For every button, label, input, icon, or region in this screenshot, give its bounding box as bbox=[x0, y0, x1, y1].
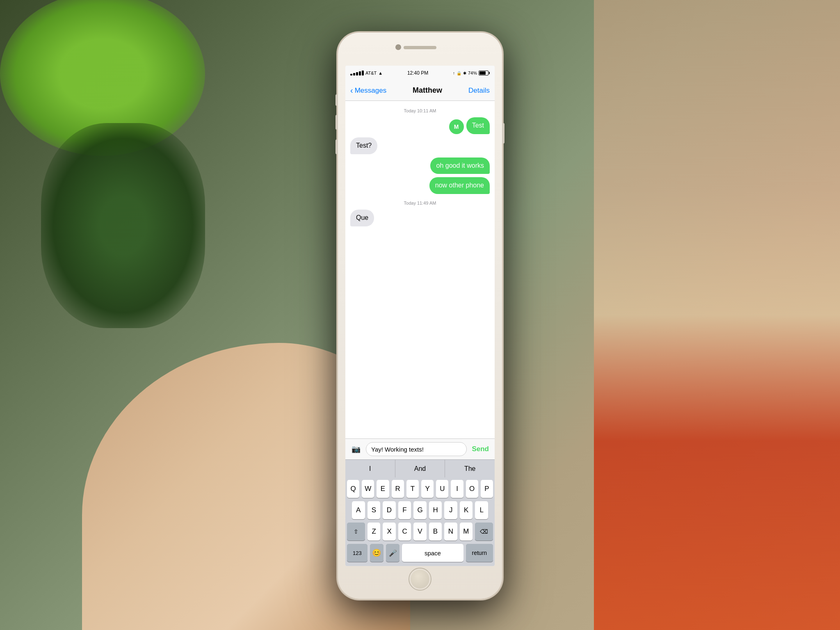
key-b[interactable]: B bbox=[429, 523, 442, 541]
messages-area: Today 10:11 AM M Test Test? oh good it w… bbox=[345, 101, 495, 438]
send-button[interactable]: Send bbox=[470, 445, 491, 453]
space-key[interactable]: space bbox=[402, 544, 463, 562]
battery-icon bbox=[479, 71, 490, 75]
key-k[interactable]: K bbox=[460, 501, 473, 519]
message-bubble: Test bbox=[466, 117, 490, 134]
keyboard-row-4: 123 😊 🎤 space return bbox=[345, 541, 495, 566]
key-t[interactable]: T bbox=[406, 480, 419, 498]
conversation-title: Matthew bbox=[413, 86, 442, 95]
key-q[interactable]: Q bbox=[347, 480, 359, 498]
message-input[interactable]: Yay! Working texts! bbox=[366, 442, 467, 456]
battery-percent: 74% bbox=[468, 71, 477, 75]
message-row: Que bbox=[350, 210, 490, 226]
back-button[interactable]: ‹ Messages bbox=[350, 86, 386, 95]
keyboard-row-3: ⇧ Z X C V B N M ⌫ bbox=[345, 520, 495, 541]
carrier-label: AT&T bbox=[365, 71, 377, 75]
iphone-body: AT&T ▲ 12:40 PM ↑ 🔒 ✱ 74% bbox=[338, 33, 502, 599]
input-text: Yay! Working texts! bbox=[371, 446, 424, 453]
key-f[interactable]: F bbox=[398, 501, 411, 519]
return-key[interactable]: return bbox=[466, 544, 493, 562]
timestamp-2: Today 11:49 AM bbox=[350, 201, 490, 205]
emoji-key[interactable]: 😊 bbox=[370, 544, 383, 562]
signal-bar-3 bbox=[356, 72, 358, 75]
autocomplete-item-2[interactable]: And bbox=[395, 460, 445, 477]
key-h[interactable]: H bbox=[429, 501, 442, 519]
status-left: AT&T ▲ bbox=[350, 71, 383, 75]
keyboard-row-1: Q W E R T Y U I O P bbox=[345, 477, 495, 499]
key-a[interactable]: A bbox=[352, 501, 365, 519]
iphone-screen: AT&T ▲ 12:40 PM ↑ 🔒 ✱ 74% bbox=[345, 66, 495, 566]
screen-content: AT&T ▲ 12:40 PM ↑ 🔒 ✱ 74% bbox=[345, 66, 495, 566]
message-row: oh good it works bbox=[350, 158, 490, 174]
key-p[interactable]: P bbox=[481, 480, 493, 498]
key-d[interactable]: D bbox=[383, 501, 396, 519]
key-n[interactable]: N bbox=[444, 523, 457, 541]
key-y[interactable]: Y bbox=[421, 480, 434, 498]
key-e[interactable]: E bbox=[377, 480, 389, 498]
signal-bars bbox=[350, 71, 364, 75]
signal-bar-5 bbox=[362, 71, 364, 75]
mute-button[interactable] bbox=[336, 94, 338, 106]
keyboard-row-2: A S D F G H J K L bbox=[345, 499, 495, 520]
iphone: AT&T ▲ 12:40 PM ↑ 🔒 ✱ 74% bbox=[338, 33, 502, 599]
details-button[interactable]: Details bbox=[468, 87, 490, 95]
camera-icon: 📷 bbox=[352, 445, 361, 454]
speaker-grille bbox=[404, 46, 436, 49]
autocomplete-item-3[interactable]: The bbox=[445, 460, 495, 477]
status-time: 12:40 PM bbox=[407, 70, 428, 76]
status-bar: AT&T ▲ 12:40 PM ↑ 🔒 ✱ 74% bbox=[345, 66, 495, 80]
key-j[interactable]: J bbox=[444, 501, 457, 519]
key-c[interactable]: C bbox=[398, 523, 411, 541]
plant bbox=[41, 123, 205, 328]
autocomplete-bar: I And The bbox=[345, 459, 495, 477]
key-i[interactable]: I bbox=[451, 480, 463, 498]
delete-key[interactable]: ⌫ bbox=[475, 523, 493, 541]
key-r[interactable]: R bbox=[392, 480, 404, 498]
key-g[interactable]: G bbox=[413, 501, 427, 519]
key-v[interactable]: V bbox=[413, 523, 426, 541]
message-row: M Test bbox=[350, 117, 490, 134]
message-row: now other phone bbox=[350, 177, 490, 194]
key-m[interactable]: M bbox=[460, 523, 472, 541]
volume-up-button[interactable] bbox=[336, 115, 338, 130]
signal-bar-4 bbox=[359, 71, 361, 75]
back-chevron-icon: ‹ bbox=[350, 86, 353, 95]
camera-button[interactable]: 📷 bbox=[349, 443, 363, 456]
avatar: M bbox=[449, 119, 464, 134]
nav-bar: ‹ Messages Matthew Details bbox=[345, 80, 495, 101]
message-bubble: Test? bbox=[350, 137, 377, 154]
wifi-icon: ▲ bbox=[378, 71, 383, 75]
message-bubble: oh good it works bbox=[430, 158, 490, 174]
signal-icon: ↑ bbox=[453, 71, 455, 75]
power-button[interactable] bbox=[502, 123, 504, 144]
volume-down-button[interactable] bbox=[336, 139, 338, 154]
status-right: ↑ 🔒 ✱ 74% bbox=[453, 71, 490, 75]
lock-icon: 🔒 bbox=[457, 71, 461, 75]
signal-bar-1 bbox=[350, 74, 352, 75]
right-background bbox=[594, 0, 840, 630]
mic-key[interactable]: 🎤 bbox=[386, 544, 399, 562]
key-o[interactable]: O bbox=[466, 480, 478, 498]
autocomplete-item-1[interactable]: I bbox=[345, 460, 395, 477]
numbers-key[interactable]: 123 bbox=[347, 544, 368, 562]
bluetooth-icon: ✱ bbox=[463, 71, 466, 75]
key-z[interactable]: Z bbox=[368, 523, 380, 541]
front-camera bbox=[395, 44, 401, 50]
keyboard: Q W E R T Y U I O P A S bbox=[345, 477, 495, 566]
input-area: 📷 Yay! Working texts! Send bbox=[345, 438, 495, 459]
key-s[interactable]: S bbox=[368, 501, 381, 519]
key-l[interactable]: L bbox=[475, 501, 488, 519]
back-label: Messages bbox=[355, 87, 386, 95]
message-bubble: Que bbox=[350, 210, 374, 226]
shift-key[interactable]: ⇧ bbox=[347, 523, 365, 541]
home-button-inner bbox=[411, 570, 429, 589]
timestamp-1: Today 10:11 AM bbox=[350, 108, 490, 113]
message-bubble: now other phone bbox=[429, 177, 490, 194]
key-x[interactable]: X bbox=[383, 523, 395, 541]
key-u[interactable]: U bbox=[436, 480, 448, 498]
signal-bar-2 bbox=[353, 73, 355, 75]
home-button[interactable] bbox=[409, 568, 431, 591]
message-row: Test? bbox=[350, 137, 490, 154]
key-w[interactable]: W bbox=[362, 480, 374, 498]
